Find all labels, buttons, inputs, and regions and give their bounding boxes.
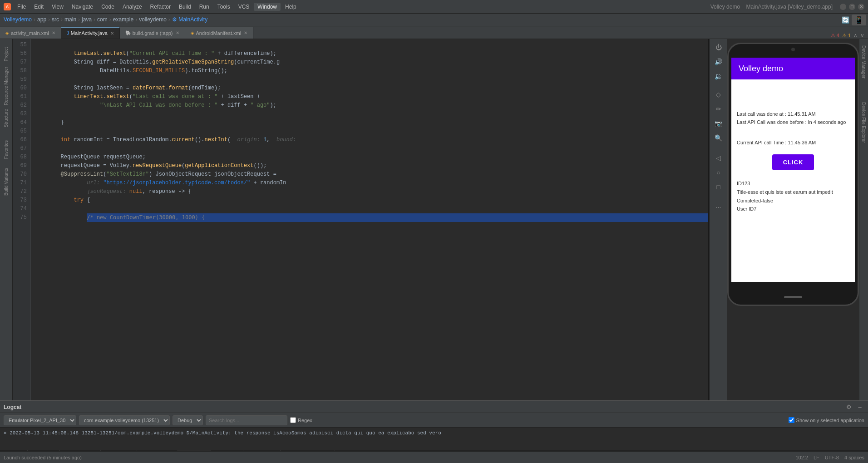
expand-warnings[interactable]: ∧ xyxy=(853,32,858,39)
code-line-62 xyxy=(35,111,38,117)
code-line-55: timeLast.setText("Current API call Time … xyxy=(35,50,276,57)
breadcrumb-app[interactable]: app xyxy=(37,16,46,23)
breadcrumb-sep6: › xyxy=(109,16,111,23)
log-level-selector[interactable]: Debug xyxy=(173,415,203,425)
menu-view[interactable]: View xyxy=(48,3,67,11)
edit-button[interactable]: ✏ xyxy=(712,103,725,115)
app-title: Volley demo xyxy=(739,64,783,74)
menu-navigate[interactable]: Navigate xyxy=(68,3,97,11)
logcat-settings[interactable]: ⚙ xyxy=(844,403,853,412)
back-button[interactable]: ◁ xyxy=(712,152,725,164)
log-search-input[interactable] xyxy=(206,415,287,425)
breadcrumb-sep4: › xyxy=(78,16,80,23)
collapse-warnings[interactable]: ∨ xyxy=(860,32,864,39)
device-toolbar: ⏻ 🔊 🔉 ◇ ✏ 📷 🔍 ◁ ○ □ ··· xyxy=(709,39,727,400)
package-selector[interactable]: com.example.volleydemo (13251) xyxy=(79,415,170,425)
sync-icon[interactable]: 🔄 xyxy=(840,15,851,25)
emulator-selector[interactable]: Emulator Pixel_2_API_30 xyxy=(4,415,76,425)
breadcrumb-project[interactable]: Volleydemo xyxy=(4,16,32,23)
logcat-close[interactable]: – xyxy=(855,403,864,412)
breadcrumb-com[interactable]: com xyxy=(97,16,108,23)
regex-label: Regex xyxy=(298,418,312,423)
menu-help[interactable]: Help xyxy=(281,3,300,11)
tab-close-active[interactable]: ✕ xyxy=(110,31,114,36)
warnings-bar: ⚠ 4 ⚠ 1 ∧ ∨ xyxy=(827,32,868,39)
breadcrumb-sep1: › xyxy=(34,16,35,23)
tab-close-manifest[interactable]: ✕ xyxy=(244,30,247,35)
menu-edit[interactable]: Edit xyxy=(30,3,47,11)
logcat-content: » 2022-05-13 11:45:08.148 13251-13251/co… xyxy=(0,428,868,450)
zoom-button[interactable]: 🔍 xyxy=(712,132,725,144)
tab-close-gradle[interactable]: ✕ xyxy=(176,30,179,35)
title-bar: A File Edit View Navigate Code Analyze R… xyxy=(0,0,868,14)
window-title: Volley demo – MainActivity.java [Volley_… xyxy=(710,4,833,10)
tab-mainactivity[interactable]: J MainActivity.java ✕ xyxy=(61,27,120,39)
more-button[interactable]: ··· xyxy=(712,201,725,213)
device-file-explorer-toggle[interactable]: Device File Explorer xyxy=(860,99,867,145)
volume-down-button[interactable]: 🔉 xyxy=(712,70,725,83)
code-line-73 xyxy=(35,206,38,212)
code-line-72: try { xyxy=(35,197,90,203)
resource-manager-toggle[interactable]: Resource Manager xyxy=(1,73,12,100)
menu-build[interactable]: Build xyxy=(175,3,195,11)
minimize-button[interactable]: – xyxy=(840,4,846,10)
device-manager-toggle[interactable]: Device Manager xyxy=(860,43,867,81)
line-num: 62 xyxy=(16,101,27,110)
build-variants-toggle[interactable]: Build Variants xyxy=(1,168,12,195)
line-separator: LF xyxy=(814,455,819,460)
power-button[interactable]: ⏻ xyxy=(712,41,725,54)
breadcrumb-src[interactable]: src xyxy=(52,16,59,23)
menu-file[interactable]: File xyxy=(14,3,30,11)
app-icon: A xyxy=(4,3,11,10)
line-num: 71 xyxy=(16,179,27,187)
click-button[interactable]: CLiCK xyxy=(772,154,814,170)
breadcrumb-sep5: › xyxy=(94,16,95,23)
menu-refactor[interactable]: Refactor xyxy=(147,3,174,11)
menu-tools[interactable]: Tools xyxy=(214,3,234,11)
screenshot-button[interactable]: 📷 xyxy=(712,117,725,130)
emulator-area: ⏻ 🔊 🔉 ◇ ✏ 📷 🔍 ◁ ○ □ ··· Volley demo xyxy=(708,39,859,400)
show-only-selected-toggle[interactable] xyxy=(789,417,794,423)
device-selector[interactable]: 📱 xyxy=(852,15,866,25)
breadcrumb-java[interactable]: java xyxy=(82,16,92,23)
rotate-button[interactable]: ◇ xyxy=(712,88,725,101)
warning-count: ⚠ 1 xyxy=(842,33,851,39)
favorites-toggle[interactable]: Favorites xyxy=(1,136,12,163)
volume-up-button[interactable]: 🔊 xyxy=(712,55,725,68)
code-line-75 xyxy=(35,223,38,230)
recents-button[interactable]: □ xyxy=(712,181,725,193)
favorites-label: Favorites xyxy=(4,140,9,159)
code-content[interactable]: timeLast.setText("Current API call Time … xyxy=(31,39,708,400)
code-line-64 xyxy=(35,128,38,134)
tab-build-gradle[interactable]: 🐘 build.gradle (:app) ✕ xyxy=(120,27,185,39)
tab-close[interactable]: ✕ xyxy=(52,30,55,35)
menu-code[interactable]: Code xyxy=(98,3,118,11)
menu-vcs[interactable]: VCS xyxy=(235,3,253,11)
breadcrumb-mainactivity[interactable]: ⚙ MainActivity xyxy=(172,16,207,23)
home-button[interactable]: ○ xyxy=(712,166,725,179)
tab-activity-main[interactable]: ◈ activity_main.xml ✕ xyxy=(0,27,61,39)
filter-checkbox[interactable]: Show only selected application xyxy=(789,417,864,423)
breadcrumb-volleydemo[interactable]: volleydemo xyxy=(139,16,167,23)
regex-toggle[interactable] xyxy=(290,417,296,423)
menu-window[interactable]: Window xyxy=(254,3,281,11)
maximize-button[interactable]: □ xyxy=(849,4,855,10)
close-button[interactable]: ✕ xyxy=(858,4,864,10)
breadcrumb-sep8: › xyxy=(168,16,170,23)
code-editor[interactable]: 55 56 57 58 59 60 61 62 63 64 65 66 67 6… xyxy=(13,39,708,400)
code-line-59: String lastSeen = dateFormat.format(endT… xyxy=(35,85,221,91)
regex-checkbox[interactable]: Regex xyxy=(290,417,312,423)
menu-run[interactable]: Run xyxy=(196,3,213,11)
structure-toggle[interactable]: Structure xyxy=(1,104,12,132)
breadcrumb-main[interactable]: main xyxy=(64,16,76,23)
line-num: 69 xyxy=(16,162,27,170)
tab-label-manifest: AndroidManifest.xml xyxy=(196,30,242,36)
gradle-icon: 🐘 xyxy=(125,30,131,35)
menu-analyze[interactable]: Analyze xyxy=(119,3,146,11)
breadcrumb-example[interactable]: example xyxy=(113,16,133,23)
logcat-title: Logcat xyxy=(4,404,21,410)
tab-androidmanifest[interactable]: ◈ AndroidManifest.xml ✕ xyxy=(185,27,254,39)
line-num: 65 xyxy=(16,127,27,136)
project-panel-toggle[interactable]: Project xyxy=(1,41,12,68)
last-call-info: Last call was done at : 11.45.31 AM Last… xyxy=(737,110,849,126)
